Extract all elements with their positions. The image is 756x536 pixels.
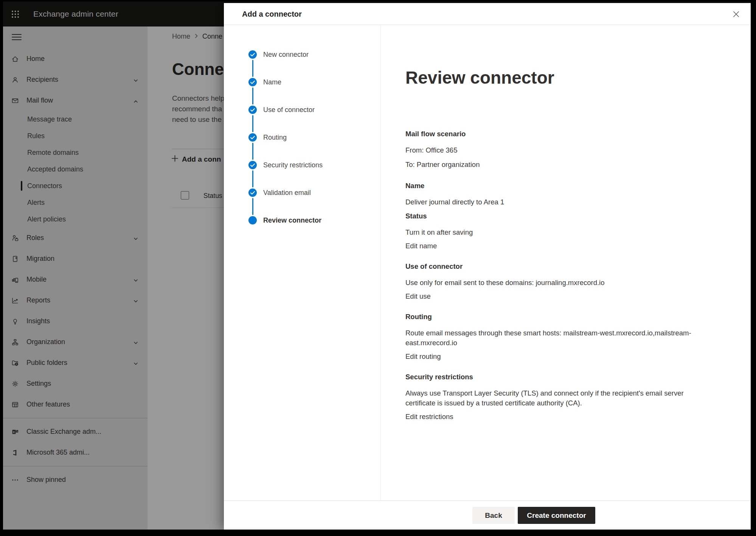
review-section-heading: Mail flow scenario	[405, 129, 704, 139]
review-section-heading: Security restrictions	[405, 372, 704, 382]
wizard-step-label: Review connector	[263, 217, 321, 224]
review-sections: Mail flow scenarioFrom: Office 365To: Pa…	[405, 129, 728, 421]
dialog-footer: Back Create connector	[224, 500, 751, 530]
review-section-text: Always use Transport Layer Security (TLS…	[405, 388, 704, 408]
review-section-heading: Name	[405, 181, 704, 190]
edit-use-link[interactable]: Edit use	[405, 292, 431, 301]
step-completed-check-icon	[248, 188, 257, 197]
wizard-step-label: Use of connector	[263, 106, 315, 114]
review-section-use-of-connector: Use of connectorUse only for email sent …	[405, 262, 704, 301]
wizard-step-label: New connector	[263, 51, 309, 59]
wizard-step-label: Routing	[263, 134, 287, 142]
review-section-name: NameDeliver journal directly to Area 1	[405, 181, 704, 207]
review-section-mail-flow-scenario: Mail flow scenarioFrom: Office 365To: Pa…	[405, 129, 704, 170]
step-connector-line	[252, 115, 253, 132]
wizard-steps-panel: New connectorNameUse of connectorRouting…	[224, 25, 381, 500]
step-current-icon	[248, 216, 257, 225]
edit-routing-link[interactable]: Edit routing	[405, 352, 441, 361]
review-section-text: Deliver journal directly to Area 1	[405, 197, 704, 207]
review-section-security-restrictions: Security restrictionsAlways use Transpor…	[405, 372, 704, 421]
review-section-status: StatusTurn it on after savingEdit name	[405, 212, 704, 250]
edit-name-link[interactable]: Edit name	[405, 242, 437, 250]
review-section-heading: Use of connector	[405, 262, 704, 271]
review-section-heading: Routing	[405, 312, 704, 321]
dialog-body: New connectorNameUse of connectorRouting…	[224, 25, 751, 500]
step-connector-line	[252, 170, 253, 187]
wizard-step-validation-email[interactable]: Validation email	[248, 188, 380, 197]
screen: Exchange admin center HomeRecipientsMail…	[0, 0, 756, 536]
step-connector-line	[252, 87, 253, 104]
wizard-step-label: Name	[263, 78, 281, 86]
step-completed-check-icon	[248, 50, 257, 59]
review-section-routing: RoutingRoute email messages through thes…	[405, 312, 704, 361]
review-page-title: Review connector	[405, 68, 728, 88]
wizard-step-name[interactable]: Name	[248, 78, 380, 87]
dialog-header: Add a connector	[224, 3, 751, 25]
step-completed-check-icon	[248, 133, 257, 142]
review-section-text: Route email messages through these smart…	[405, 328, 704, 348]
step-connector-line	[252, 60, 253, 77]
wizard-step-review-connector[interactable]: Review connector	[248, 216, 380, 225]
close-icon[interactable]	[731, 9, 741, 19]
wizard-step-routing[interactable]: Routing	[248, 133, 380, 142]
review-section-text: From: Office 365	[405, 145, 704, 155]
wizard-step-label: Validation email	[263, 189, 311, 197]
create-connector-button[interactable]: Create connector	[518, 507, 595, 524]
back-button[interactable]: Back	[472, 507, 515, 524]
wizard-step-security-restrictions[interactable]: Security restrictions	[248, 160, 380, 170]
review-content: Review connector Mail flow scenarioFrom:…	[381, 25, 751, 500]
wizard-step-new-connector[interactable]: New connector	[248, 50, 380, 59]
step-completed-check-icon	[248, 78, 257, 87]
step-connector-line	[252, 198, 253, 215]
dialog-title: Add a connector	[242, 3, 302, 25]
review-section-text: Turn it on after saving	[405, 227, 704, 237]
edit-restrictions-link[interactable]: Edit restrictions	[405, 413, 453, 421]
review-section-text: Use only for email sent to these domains…	[405, 278, 704, 288]
step-completed-check-icon	[248, 160, 257, 170]
step-completed-check-icon	[248, 105, 257, 114]
wizard-step-use-of-connector[interactable]: Use of connector	[248, 105, 380, 114]
review-section-heading: Status	[405, 212, 704, 221]
step-connector-line	[252, 143, 253, 160]
wizard-step-label: Security restrictions	[263, 161, 323, 169]
add-connector-wizard-dialog: Add a connector New connectorNameUse of …	[224, 3, 751, 530]
review-section-text: To: Partner organization	[405, 160, 704, 170]
